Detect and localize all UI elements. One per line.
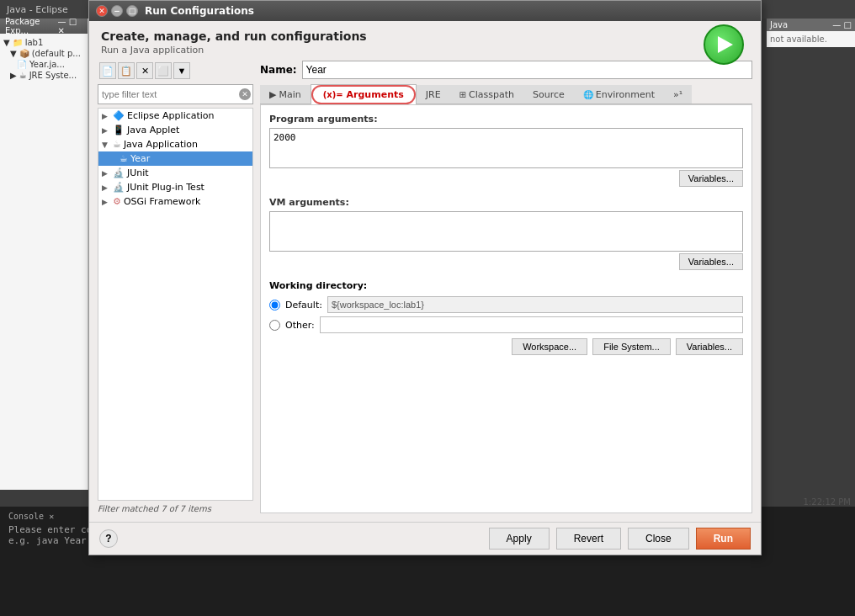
run-button[interactable]: Run xyxy=(696,528,751,550)
tab-environment[interactable]: 🌐 Environment xyxy=(574,85,664,104)
year-label: Year xyxy=(130,153,150,164)
prog-args-variables-button[interactable]: Variables... xyxy=(679,170,743,187)
dialog-subheading: Run a Java application xyxy=(101,45,749,56)
filesystem-button[interactable]: File System... xyxy=(592,338,671,355)
other-value-input[interactable] xyxy=(320,316,743,333)
tree-copy-button[interactable]: 📋 xyxy=(118,62,135,79)
dialog-heading: Create, manage, and run configurations xyxy=(101,29,749,43)
ide-title: Java - Eclipse xyxy=(7,4,68,15)
tab-arguments[interactable]: (x)= Arguments xyxy=(311,84,417,104)
tree-filter-button[interactable]: ⬜ xyxy=(155,62,172,79)
vm-args-row xyxy=(269,211,743,252)
pkg-item-default: ▼ 📦 (default p... xyxy=(3,48,84,59)
footer-left: ? xyxy=(99,529,118,548)
name-label: Name: xyxy=(260,64,297,76)
run-green-button[interactable] xyxy=(704,24,744,65)
filter-input[interactable] xyxy=(102,89,249,99)
revert-button[interactable]: Revert xyxy=(556,528,621,550)
prog-args-textarea[interactable]: 2000 xyxy=(269,128,743,168)
close-button[interactable]: Close xyxy=(628,528,689,550)
minimize-icon[interactable]: − xyxy=(111,5,123,17)
tree-item-osgi[interactable]: ▶ ⚙ OSGi Framework xyxy=(98,194,252,209)
tree-collapse-button[interactable]: ▼ xyxy=(173,62,190,79)
osgi-icon: ⚙ xyxy=(113,196,121,207)
filter-clear-button[interactable]: ✕ xyxy=(239,88,251,100)
main-tab-label: Main xyxy=(279,89,300,100)
more-tabs-label: »¹ xyxy=(673,89,682,100)
apply-button[interactable]: Apply xyxy=(489,528,550,550)
dialog-header: Create, manage, and run configurations R… xyxy=(89,21,761,61)
prog-args-btn-row: Variables... xyxy=(269,170,743,187)
right-panel-label: Java xyxy=(770,20,788,29)
package-explorer-content: ▼ 📁 lab1 ▼ 📦 (default p... 📄 Year.ja... … xyxy=(0,34,88,84)
play-icon xyxy=(718,36,733,53)
close-icon[interactable]: ✕ xyxy=(96,5,108,17)
tree-new-button[interactable]: 📄 xyxy=(99,62,116,79)
tree-container: ▶ 🔷 Eclipse Application ▶ 📱 Java Applet … xyxy=(98,108,253,501)
junit-icon: 🔬 xyxy=(113,167,125,178)
package-explorer-titlebar: Package Exp... — □ ✕ xyxy=(0,19,88,34)
name-input[interactable] xyxy=(302,61,752,79)
java-app-label: Java Application xyxy=(124,139,198,150)
tree-item-junit[interactable]: ▶ 🔬 JUnit xyxy=(98,166,252,180)
tree-item-eclipse-app[interactable]: ▶ 🔷 Eclipse Application xyxy=(98,109,252,123)
tabs-bar: ▶ Main (x)= Arguments JRE ⊞ Classpath xyxy=(260,84,752,104)
tree-arrow-applet: ▶ xyxy=(102,126,110,135)
java-applet-label: Java Applet xyxy=(127,125,179,135)
pkg-item-lab1: ▼ 📁 lab1 xyxy=(3,37,84,48)
tree-arrow-osgi: ▶ xyxy=(102,198,110,206)
arguments-tab-label[interactable]: (x)= Arguments xyxy=(311,85,416,104)
default-radio-row: Default: xyxy=(269,296,743,313)
other-radio-row: Other: xyxy=(269,316,743,333)
default-radio-label: Default: xyxy=(285,300,322,311)
timestamp: 1:22:12 PM xyxy=(804,497,851,507)
eclipse-app-icon: 🔷 xyxy=(113,110,125,121)
vm-args-label: VM arguments: xyxy=(269,197,743,208)
tree-footer: Filter matched 7 of 7 items xyxy=(98,504,253,513)
vm-args-btn-row: Variables... xyxy=(269,253,743,270)
tree-arrow-junit-plugin: ▶ xyxy=(102,183,110,192)
filter-box: ✕ xyxy=(98,84,253,104)
dialog-footer: ? Apply Revert Close Run xyxy=(89,522,761,555)
tab-jre[interactable]: JRE xyxy=(417,85,450,104)
tab-more[interactable]: »¹ xyxy=(664,85,692,104)
tree-arrow-junit: ▶ xyxy=(102,169,110,178)
dialog-title: Run Configurations xyxy=(145,5,254,17)
package-explorer: Package Exp... — □ ✕ ▼ 📁 lab1 ▼ 📦 (defau… xyxy=(0,19,88,490)
other-radio[interactable] xyxy=(269,320,280,331)
prog-args-section: Program arguments: 2000 Variables... xyxy=(269,114,743,187)
java-applet-icon: 📱 xyxy=(113,125,125,135)
tab-source[interactable]: Source xyxy=(523,85,574,104)
prog-args-row: 2000 xyxy=(269,128,743,168)
java-app-icon: ☕ xyxy=(113,139,121,150)
dialog-titlebar: ✕ − □ Run Configurations xyxy=(89,1,761,21)
source-tab-label: Source xyxy=(533,89,565,100)
tree-item-java-app[interactable]: ▼ ☕ Java Application xyxy=(98,137,252,151)
vm-args-section: VM arguments: Variables... xyxy=(269,197,743,270)
tree-delete-button[interactable]: ✕ xyxy=(136,62,153,79)
tree-arrow-eclipse: ▶ xyxy=(102,112,110,120)
arguments-label: Arguments xyxy=(347,89,404,100)
pkg-controls: — □ ✕ xyxy=(58,17,82,35)
working-dir-buttons: Workspace... File System... Variables... xyxy=(269,338,743,355)
eclipse-app-label: Eclipse Application xyxy=(127,110,215,121)
tree-item-year[interactable]: ☕ Year xyxy=(98,151,252,166)
tree-panel: 📄 📋 ✕ ⬜ ▼ ✕ ▶ 🔷 Eclipse Application ▶ xyxy=(98,61,253,513)
tab-main[interactable]: ▶ Main xyxy=(260,85,311,104)
vm-args-variables-button[interactable]: Variables... xyxy=(679,253,743,270)
tree-item-junit-plugin[interactable]: ▶ 🔬 JUnit Plug-in Test xyxy=(98,180,252,194)
maximize-icon[interactable]: □ xyxy=(126,5,138,17)
vm-args-textarea[interactable] xyxy=(269,211,743,252)
default-radio[interactable] xyxy=(269,300,280,311)
jre-tab-label: JRE xyxy=(426,89,441,100)
working-dir-section: Working directory: Default: Other: Works… xyxy=(269,280,743,355)
working-dir-variables-button[interactable]: Variables... xyxy=(676,338,743,355)
tab-classpath[interactable]: ⊞ Classpath xyxy=(450,85,523,104)
main-tab-icon: ▶ xyxy=(269,89,276,100)
run-configurations-dialog: ✕ − □ Run Configurations Create, manage,… xyxy=(88,0,762,555)
prog-args-label: Program arguments: xyxy=(269,114,743,125)
pkg-item-year: 📄 Year.ja... xyxy=(3,59,84,70)
help-button[interactable]: ? xyxy=(99,529,118,548)
workspace-button[interactable]: Workspace... xyxy=(512,338,587,355)
tree-item-java-applet[interactable]: ▶ 📱 Java Applet xyxy=(98,123,252,137)
